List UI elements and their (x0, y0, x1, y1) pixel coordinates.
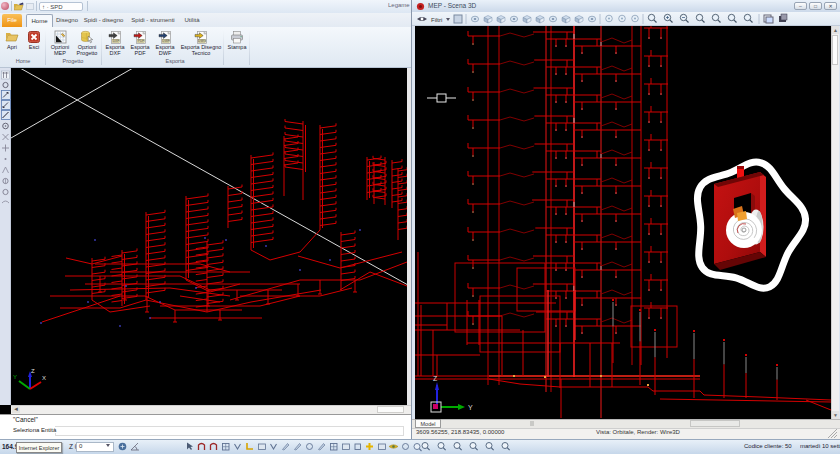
svg-text:DWF: DWF (162, 39, 169, 43)
svg-text:X: X (42, 375, 46, 381)
svg-text:DWG: DWG (198, 39, 206, 43)
svg-text:Z: Z (433, 375, 438, 382)
svg-text:PDF: PDF (138, 39, 144, 43)
svg-text:Filtri: Filtri (431, 17, 442, 23)
svg-text:Y: Y (468, 404, 473, 411)
svg-text:Z: Z (31, 368, 35, 374)
svg-text:DXF: DXF (113, 39, 119, 43)
svg-text:Y: Y (13, 374, 17, 380)
